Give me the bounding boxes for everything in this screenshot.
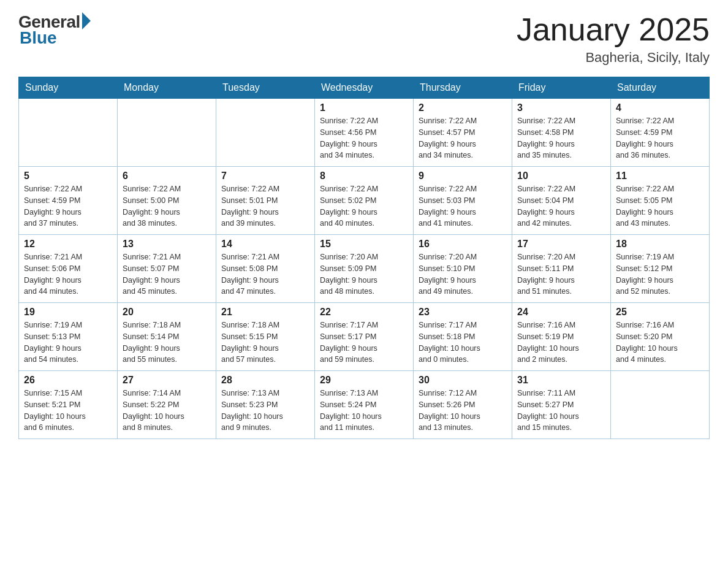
day-number: 1 <box>320 102 408 113</box>
day-info: Sunrise: 7:14 AM Sunset: 5:22 PM Dayligh… <box>123 388 211 434</box>
day-number: 13 <box>123 239 211 250</box>
day-info: Sunrise: 7:20 AM Sunset: 5:11 PM Dayligh… <box>517 251 605 297</box>
day-of-week-header: Friday <box>512 77 611 99</box>
calendar-day-cell: 6Sunrise: 7:22 AM Sunset: 5:00 PM Daylig… <box>118 167 216 235</box>
logo: General Blue <box>18 12 91 48</box>
day-number: 5 <box>24 170 112 182</box>
day-number: 9 <box>419 170 507 182</box>
day-info: Sunrise: 7:22 AM Sunset: 4:59 PM Dayligh… <box>24 183 112 229</box>
calendar-day-cell: 25Sunrise: 7:16 AM Sunset: 5:20 PM Dayli… <box>611 303 710 371</box>
day-info: Sunrise: 7:21 AM Sunset: 5:07 PM Dayligh… <box>123 251 211 297</box>
day-number: 11 <box>616 170 704 182</box>
day-info: Sunrise: 7:22 AM Sunset: 5:03 PM Dayligh… <box>419 183 507 229</box>
calendar-week-row: 5Sunrise: 7:22 AM Sunset: 4:59 PM Daylig… <box>19 167 710 235</box>
calendar-day-cell: 22Sunrise: 7:17 AM Sunset: 5:17 PM Dayli… <box>315 303 414 371</box>
day-info: Sunrise: 7:17 AM Sunset: 5:18 PM Dayligh… <box>419 320 507 366</box>
calendar-day-cell: 4Sunrise: 7:22 AM Sunset: 4:59 PM Daylig… <box>611 99 710 167</box>
calendar-day-cell: 11Sunrise: 7:22 AM Sunset: 5:05 PM Dayli… <box>611 167 710 235</box>
calendar-day-cell: 18Sunrise: 7:19 AM Sunset: 5:12 PM Dayli… <box>611 235 710 303</box>
day-number: 16 <box>419 239 507 250</box>
calendar-day-cell: 8Sunrise: 7:22 AM Sunset: 5:02 PM Daylig… <box>315 167 414 235</box>
day-number: 7 <box>221 170 309 182</box>
calendar-day-cell: 7Sunrise: 7:22 AM Sunset: 5:01 PM Daylig… <box>216 167 315 235</box>
day-number: 4 <box>616 102 704 113</box>
calendar-day-cell: 9Sunrise: 7:22 AM Sunset: 5:03 PM Daylig… <box>414 167 512 235</box>
day-info: Sunrise: 7:22 AM Sunset: 4:58 PM Dayligh… <box>517 115 605 161</box>
calendar-day-cell: 27Sunrise: 7:14 AM Sunset: 5:22 PM Dayli… <box>118 371 216 439</box>
calendar-day-cell: 14Sunrise: 7:21 AM Sunset: 5:08 PM Dayli… <box>216 235 315 303</box>
calendar-empty-cell <box>611 371 710 439</box>
day-of-week-header: Thursday <box>414 77 512 99</box>
day-of-week-header: Tuesday <box>216 77 315 99</box>
calendar-day-cell: 5Sunrise: 7:22 AM Sunset: 4:59 PM Daylig… <box>19 167 118 235</box>
calendar-day-cell: 23Sunrise: 7:17 AM Sunset: 5:18 PM Dayli… <box>414 303 512 371</box>
calendar-table: SundayMondayTuesdayWednesdayThursdayFrid… <box>18 77 710 439</box>
calendar-day-cell: 16Sunrise: 7:20 AM Sunset: 5:10 PM Dayli… <box>414 235 512 303</box>
calendar-day-cell: 26Sunrise: 7:15 AM Sunset: 5:21 PM Dayli… <box>19 371 118 439</box>
day-number: 2 <box>419 102 507 113</box>
day-number: 31 <box>517 375 605 386</box>
logo-blue-text: Blue <box>20 28 57 48</box>
day-info: Sunrise: 7:22 AM Sunset: 5:00 PM Dayligh… <box>123 183 211 229</box>
calendar-day-cell: 31Sunrise: 7:11 AM Sunset: 5:27 PM Dayli… <box>512 371 611 439</box>
calendar-week-row: 26Sunrise: 7:15 AM Sunset: 5:21 PM Dayli… <box>19 371 710 439</box>
day-info: Sunrise: 7:17 AM Sunset: 5:17 PM Dayligh… <box>320 320 408 366</box>
calendar-day-cell: 28Sunrise: 7:13 AM Sunset: 5:23 PM Dayli… <box>216 371 315 439</box>
day-number: 15 <box>320 239 408 250</box>
day-info: Sunrise: 7:16 AM Sunset: 5:20 PM Dayligh… <box>616 320 704 366</box>
day-info: Sunrise: 7:22 AM Sunset: 4:59 PM Dayligh… <box>616 115 704 161</box>
calendar-empty-cell <box>118 99 216 167</box>
day-info: Sunrise: 7:13 AM Sunset: 5:23 PM Dayligh… <box>221 388 309 434</box>
page-header: General Blue January 2025 Bagheria, Sici… <box>18 12 710 66</box>
title-block: January 2025 Bagheria, Sicily, Italy <box>517 12 710 66</box>
day-of-week-header: Sunday <box>19 77 118 99</box>
day-number: 12 <box>24 239 112 250</box>
day-number: 10 <box>517 170 605 182</box>
day-info: Sunrise: 7:13 AM Sunset: 5:24 PM Dayligh… <box>320 388 408 434</box>
day-info: Sunrise: 7:21 AM Sunset: 5:08 PM Dayligh… <box>221 251 309 297</box>
day-number: 14 <box>221 239 309 250</box>
day-number: 3 <box>517 102 605 113</box>
day-info: Sunrise: 7:22 AM Sunset: 4:57 PM Dayligh… <box>419 115 507 161</box>
day-info: Sunrise: 7:21 AM Sunset: 5:06 PM Dayligh… <box>24 251 112 297</box>
day-number: 23 <box>419 307 507 318</box>
day-number: 29 <box>320 375 408 386</box>
day-info: Sunrise: 7:22 AM Sunset: 4:56 PM Dayligh… <box>320 115 408 161</box>
day-number: 17 <box>517 239 605 250</box>
day-number: 22 <box>320 307 408 318</box>
calendar-day-cell: 10Sunrise: 7:22 AM Sunset: 5:04 PM Dayli… <box>512 167 611 235</box>
day-number: 21 <box>221 307 309 318</box>
day-number: 25 <box>616 307 704 318</box>
day-of-week-header: Monday <box>118 77 216 99</box>
day-info: Sunrise: 7:18 AM Sunset: 5:14 PM Dayligh… <box>123 320 211 366</box>
location-title: Bagheria, Sicily, Italy <box>517 50 710 66</box>
calendar-day-cell: 30Sunrise: 7:12 AM Sunset: 5:26 PM Dayli… <box>414 371 512 439</box>
calendar-day-cell: 19Sunrise: 7:19 AM Sunset: 5:13 PM Dayli… <box>19 303 118 371</box>
calendar-empty-cell <box>216 99 315 167</box>
day-number: 27 <box>123 375 211 386</box>
logo-arrow-icon <box>82 12 91 29</box>
day-info: Sunrise: 7:19 AM Sunset: 5:12 PM Dayligh… <box>616 251 704 297</box>
calendar-week-row: 19Sunrise: 7:19 AM Sunset: 5:13 PM Dayli… <box>19 303 710 371</box>
day-info: Sunrise: 7:12 AM Sunset: 5:26 PM Dayligh… <box>419 388 507 434</box>
calendar-day-cell: 3Sunrise: 7:22 AM Sunset: 4:58 PM Daylig… <box>512 99 611 167</box>
day-info: Sunrise: 7:15 AM Sunset: 5:21 PM Dayligh… <box>24 388 112 434</box>
day-number: 6 <box>123 170 211 182</box>
day-info: Sunrise: 7:18 AM Sunset: 5:15 PM Dayligh… <box>221 320 309 366</box>
day-of-week-header: Wednesday <box>315 77 414 99</box>
day-number: 28 <box>221 375 309 386</box>
month-title: January 2025 <box>517 12 710 47</box>
day-number: 30 <box>419 375 507 386</box>
calendar-day-cell: 2Sunrise: 7:22 AM Sunset: 4:57 PM Daylig… <box>414 99 512 167</box>
day-number: 8 <box>320 170 408 182</box>
calendar-week-row: 12Sunrise: 7:21 AM Sunset: 5:06 PM Dayli… <box>19 235 710 303</box>
calendar-day-cell: 12Sunrise: 7:21 AM Sunset: 5:06 PM Dayli… <box>19 235 118 303</box>
day-info: Sunrise: 7:19 AM Sunset: 5:13 PM Dayligh… <box>24 320 112 366</box>
calendar-day-cell: 24Sunrise: 7:16 AM Sunset: 5:19 PM Dayli… <box>512 303 611 371</box>
day-info: Sunrise: 7:22 AM Sunset: 5:02 PM Dayligh… <box>320 183 408 229</box>
day-info: Sunrise: 7:22 AM Sunset: 5:05 PM Dayligh… <box>616 183 704 229</box>
day-number: 20 <box>123 307 211 318</box>
day-number: 26 <box>24 375 112 386</box>
calendar-day-cell: 20Sunrise: 7:18 AM Sunset: 5:14 PM Dayli… <box>118 303 216 371</box>
day-number: 19 <box>24 307 112 318</box>
